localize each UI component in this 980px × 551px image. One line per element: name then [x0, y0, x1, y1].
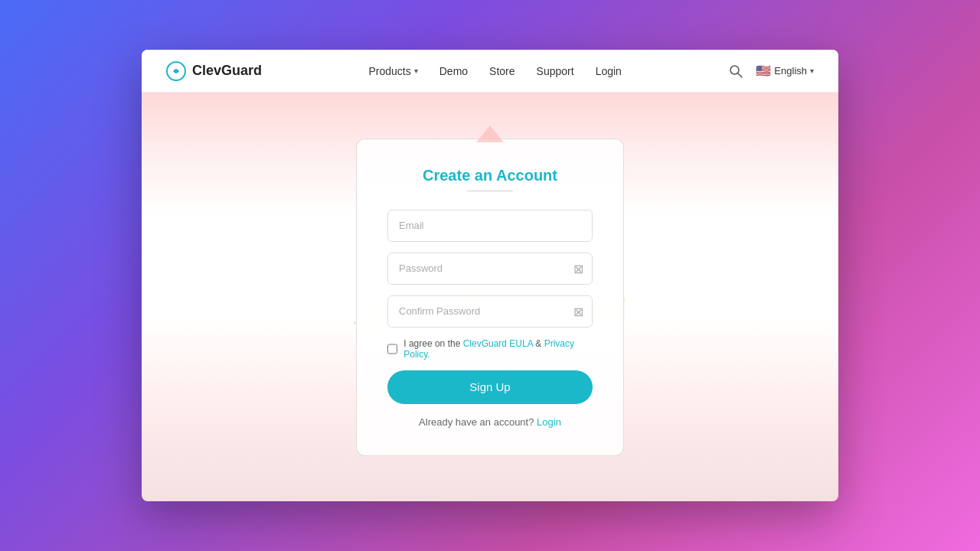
- language-chevron-icon: ▾: [810, 67, 814, 75]
- signup-form-card: Create an Account ⊠ ⊠ I agree on the Cle…: [356, 139, 624, 456]
- password-input[interactable]: [387, 253, 593, 285]
- nav-demo[interactable]: Demo: [439, 65, 468, 77]
- password-toggle-icon[interactable]: ⊠: [573, 261, 583, 276]
- language-label: English: [774, 65, 807, 77]
- eula-link[interactable]: ClevGuard EULA: [463, 338, 533, 349]
- nav-support[interactable]: Support: [537, 65, 574, 77]
- main-content: sigma4pأكاديمية سيجما لتعليم الكمبيوتر C…: [142, 93, 838, 501]
- email-input-group: [387, 210, 593, 242]
- nav-store[interactable]: Store: [489, 65, 514, 77]
- chevron-down-icon: ▾: [414, 67, 418, 75]
- login-nav-label: Login: [596, 65, 622, 77]
- logo[interactable]: ClevGuard: [166, 61, 262, 81]
- agree-checkbox-row: I agree on the ClevGuard EULA & Privacy …: [387, 338, 593, 360]
- login-link-row: Already have an account? Login: [387, 416, 593, 428]
- confirm-password-input[interactable]: [387, 295, 593, 328]
- svg-line-2: [738, 73, 742, 77]
- password-input-group: ⊠: [387, 253, 593, 285]
- nav-login[interactable]: Login: [596, 65, 622, 77]
- agree-label: I agree on the ClevGuard EULA & Privacy …: [403, 338, 593, 360]
- search-icon[interactable]: [728, 64, 743, 79]
- agree-prefix: I agree on the: [403, 338, 462, 349]
- nav-right: 🇺🇸 English ▾: [728, 64, 814, 79]
- products-label: Products: [369, 65, 411, 77]
- flag-icon: 🇺🇸: [756, 64, 771, 78]
- login-link[interactable]: Login: [537, 416, 561, 428]
- nav-products[interactable]: Products ▾: [369, 65, 418, 77]
- logo-text: ClevGuard: [192, 63, 262, 79]
- already-account-text: Already have an account?: [419, 416, 534, 428]
- email-input[interactable]: [387, 210, 593, 242]
- nav-links: Products ▾ Demo Store Support Login: [369, 65, 622, 77]
- browser-window: ClevGuard Products ▾ Demo Store Support …: [142, 50, 838, 501]
- sign-up-button[interactable]: Sign Up: [387, 370, 593, 404]
- confirm-password-toggle-icon[interactable]: ⊠: [573, 304, 583, 318]
- support-label: Support: [537, 65, 574, 77]
- agree-checkbox[interactable]: [387, 344, 397, 354]
- form-logo-triangle: [476, 126, 504, 142]
- store-label: Store: [489, 65, 514, 77]
- form-title: Create an Account: [387, 167, 593, 191]
- ampersand: &: [533, 338, 544, 349]
- confirm-password-input-group: ⊠: [387, 295, 593, 328]
- demo-label: Demo: [439, 65, 468, 77]
- svg-point-1: [730, 66, 739, 74]
- logo-icon: [166, 61, 186, 81]
- language-selector[interactable]: 🇺🇸 English ▾: [756, 64, 814, 78]
- navbar: ClevGuard Products ▾ Demo Store Support …: [142, 50, 838, 93]
